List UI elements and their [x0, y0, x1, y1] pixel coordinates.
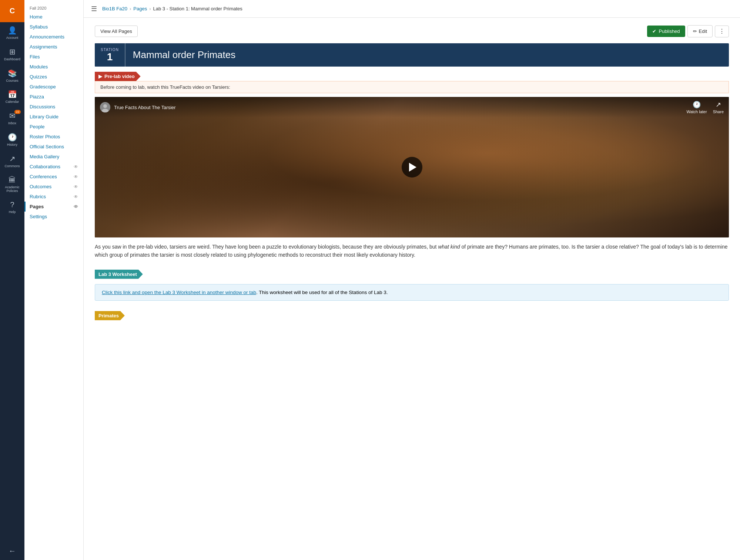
global-nav-help[interactable]: ?Help — [0, 197, 24, 218]
history-icon: 🕐 — [8, 133, 17, 142]
sidebar-item-announcements[interactable]: Announcements — [24, 32, 83, 42]
sidebar-label-syllabus: Syllabus — [30, 24, 48, 30]
video-channel-avatar — [100, 102, 110, 112]
sidebar-item-media-gallery[interactable]: Media Gallery — [24, 152, 83, 162]
worksheet-box-text: . This worksheet will be used for all of… — [256, 290, 388, 295]
sidebar-item-library-guide[interactable]: Library Guide — [24, 112, 83, 122]
video-play-button[interactable] — [402, 157, 422, 178]
account-label: Account — [6, 36, 19, 40]
watch-later-action[interactable]: 🕐 Watch later — [686, 101, 707, 114]
sidebar-label-piazza: Piazza — [30, 94, 44, 99]
global-nav-account[interactable]: 👤Account — [0, 22, 24, 44]
breadcrumb-sep-2: › — [149, 6, 151, 11]
check-icon: ✔ — [652, 28, 656, 34]
sidebar-item-home[interactable]: Home — [24, 12, 83, 22]
inbox-label: Inbox — [8, 121, 16, 125]
global-nav-commons[interactable]: ↗Commons — [0, 151, 24, 172]
sidebar-item-quizzes[interactable]: Quizzes — [24, 72, 83, 82]
sidebar-item-pages[interactable]: Pages👁 — [24, 202, 83, 212]
station-number: 1 — [107, 52, 113, 62]
calendar-label: Calendar — [6, 100, 19, 104]
sidebar-item-official-sections[interactable]: Official Sections — [24, 142, 83, 152]
sidebar-label-collaborations: Collaborations — [30, 164, 60, 169]
sidebar-label-gradescope: Gradescope — [30, 84, 56, 90]
view-all-pages-button[interactable]: View All Pages — [95, 26, 138, 37]
sidebar-item-discussions[interactable]: Discussions — [24, 102, 83, 112]
edit-button[interactable]: ✏ Edit — [687, 25, 713, 37]
global-nav-history[interactable]: 🕐History — [0, 129, 24, 151]
sidebar-label-announcements: Announcements — [30, 34, 64, 40]
sidebar-item-piazza[interactable]: Piazza — [24, 92, 83, 102]
course-term: Fall 2020 — [24, 3, 83, 12]
content-area: View All Pages ✔ Published ✏ Edit ⋮ Stat… — [84, 18, 740, 560]
sidebar-label-modules: Modules — [30, 64, 48, 70]
sidebar-item-conferences[interactable]: Conferences👁 — [24, 172, 83, 182]
primates-ribbon: Primates — [95, 311, 125, 320]
body-text-italic: what kind — [438, 244, 460, 250]
share-icon: ↗ — [716, 101, 721, 109]
sidebar-item-people[interactable]: People — [24, 122, 83, 132]
sidebar-label-assignments: Assignments — [30, 44, 57, 50]
eye-icon-pages: 👁 — [74, 204, 78, 209]
breadcrumb-pages[interactable]: Pages — [133, 6, 147, 11]
worksheet-ribbon: Lab 3 Worksheet — [95, 270, 143, 279]
sidebar-item-modules[interactable]: Modules — [24, 62, 83, 72]
published-label: Published — [659, 28, 680, 34]
header-actions: ✔ Published ✏ Edit ⋮ — [647, 25, 729, 37]
pre-lab-ribbon: ▶ Pre-lab video — [95, 72, 141, 81]
breadcrumb: Bio1B Fa20 › Pages › Lab 3 - Station 1: … — [102, 6, 242, 11]
worksheet-box: Click this link and open the Lab 3 Works… — [95, 284, 729, 301]
global-nav-calendar[interactable]: 📅Calendar — [0, 86, 24, 108]
dashboard-label: Dashboard — [4, 57, 20, 61]
published-button[interactable]: ✔ Published — [647, 26, 685, 37]
dashboard-icon: ⊞ — [9, 47, 16, 56]
commons-icon: ↗ — [9, 154, 16, 163]
hamburger-button[interactable]: ☰ — [91, 5, 97, 13]
sidebar-label-media-gallery: Media Gallery — [30, 154, 59, 159]
more-options-button[interactable]: ⋮ — [715, 26, 729, 37]
global-sidebar-bottom: ← — [0, 543, 24, 560]
video-ribbon-icon: ▶ — [98, 74, 102, 79]
breadcrumb-course[interactable]: Bio1B Fa20 — [102, 6, 127, 11]
app-logo[interactable]: C — [0, 0, 24, 22]
sidebar-label-official-sections: Official Sections — [30, 144, 64, 149]
video-top-bar: True Facts About The Tarsier 🕐 Watch lat… — [95, 97, 729, 118]
courses-icon: 📚 — [8, 69, 17, 78]
sidebar-item-syllabus[interactable]: Syllabus — [24, 22, 83, 32]
worksheet-ribbon-label: Lab 3 Worksheet — [98, 271, 137, 277]
sidebar-item-roster-photos[interactable]: Roster Photos — [24, 132, 83, 142]
share-label: Share — [713, 109, 724, 114]
edit-label: Edit — [699, 28, 707, 34]
sidebar-label-rubrics: Rubrics — [30, 194, 46, 199]
breadcrumb-current: Lab 3 - Station 1: Mammal order Primates — [153, 6, 242, 11]
video-container[interactable]: True Facts About The Tarsier 🕐 Watch lat… — [95, 97, 729, 237]
body-text-1: As you saw in the pre-lab video, tarsier… — [95, 243, 729, 259]
global-nav-academic-policies[interactable]: 🏛Academic Policies — [0, 172, 24, 197]
global-nav-inbox[interactable]: ✉22Inbox — [0, 108, 24, 129]
video-title-row: True Facts About The Tarsier — [100, 102, 176, 112]
main-area: ☰ Bio1B Fa20 › Pages › Lab 3 - Station 1… — [84, 0, 740, 560]
top-bar: ☰ Bio1B Fa20 › Pages › Lab 3 - Station 1… — [84, 0, 740, 18]
academic-policies-icon: 🏛 — [9, 176, 16, 184]
collapse-nav-item[interactable]: ← — [0, 543, 24, 560]
share-action[interactable]: ↗ Share — [713, 101, 724, 114]
global-nav-courses[interactable]: 📚Courses — [0, 65, 24, 87]
sidebar-item-files[interactable]: Files — [24, 52, 83, 62]
commons-label: Commons — [4, 164, 20, 168]
body-text-1-before: As you saw in the pre-lab video, tarsier… — [95, 244, 438, 250]
sidebar-item-settings[interactable]: Settings — [24, 212, 83, 222]
instruction-bar: Before coming to lab, watch this TrueFac… — [95, 81, 729, 93]
sidebar-item-outcomes[interactable]: Outcomes👁 — [24, 182, 83, 192]
sidebar-item-gradescope[interactable]: Gradescope — [24, 82, 83, 92]
worksheet-link[interactable]: Click this link and open the Lab 3 Works… — [102, 290, 256, 295]
video-thumbnail: True Facts About The Tarsier 🕐 Watch lat… — [95, 97, 729, 237]
video-top-actions: 🕐 Watch later ↗ Share — [686, 101, 724, 114]
sidebar-label-roster-photos: Roster Photos — [30, 134, 60, 139]
eye-icon-outcomes: 👁 — [74, 184, 78, 189]
sidebar-item-rubrics[interactable]: Rubrics👁 — [24, 192, 83, 202]
sidebar-item-collaborations[interactable]: Collaborations👁 — [24, 162, 83, 172]
sidebar-label-files: Files — [30, 54, 40, 60]
sidebar-item-assignments[interactable]: Assignments — [24, 42, 83, 52]
global-nav-dashboard[interactable]: ⊞Dashboard — [0, 44, 24, 65]
svg-point-3 — [103, 104, 107, 108]
